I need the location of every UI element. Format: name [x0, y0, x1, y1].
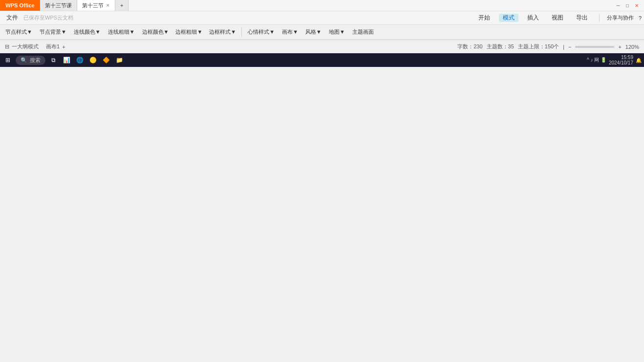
style-btn[interactable]: 风格▼ — [302, 27, 324, 37]
minimize-button[interactable]: ─ — [615, 2, 622, 9]
search-placeholder: 搜索 — [30, 57, 41, 64]
topic-limit: 主题上限：150个 — [518, 43, 559, 50]
view-mode-area: ⊟ 一大纲模式 — [5, 43, 39, 50]
toolbar-mode[interactable]: 模式 — [499, 14, 518, 22]
tab-2-close[interactable]: ✕ — [106, 3, 110, 8]
taskbar-app2[interactable]: 🌐 — [74, 55, 85, 65]
zoom-level: 120% — [625, 44, 639, 50]
system-icons: ^ ♪ 网 🔋 — [587, 57, 606, 64]
app-logo: WPS Office — [0, 0, 40, 11]
menu-right: 开始 模式 插入 视图 导出 分享与协作 ? — [474, 14, 642, 22]
title-bar: WPS Office 第十三节课 第十三节 ✕ + ─ □ ✕ — [0, 0, 644, 11]
taskbar-right: ^ ♪ 网 🔋 15:59 2024/10/17 🔔 — [587, 55, 642, 65]
separator-1: | — [563, 44, 564, 50]
border-group: 边框颜色▼ 边框粗细▼ 边框样式▼ — [139, 27, 242, 37]
menu-bar: 文件 已保存至WPS云文档 开始 模式 插入 视图 导出 分享与协作 ? — [0, 11, 644, 25]
status-right: 字数：230 主题数：35 主题上限：150个 | − + 120% — [457, 43, 639, 50]
help-btn[interactable]: ? — [639, 15, 642, 21]
node-style-btn[interactable]: 节点样式▼ — [2, 27, 35, 37]
tab-2[interactable]: 第十三节 ✕ — [77, 0, 115, 11]
border-style-btn[interactable]: 边框样式▼ — [206, 27, 239, 37]
close-button[interactable]: ✕ — [633, 2, 640, 9]
window-controls: ─ □ ✕ — [615, 2, 644, 9]
canvas-add[interactable]: + — [62, 44, 65, 50]
tab-1[interactable]: 第十三节课 — [40, 0, 77, 11]
tab-1-label: 第十三节课 — [45, 2, 72, 9]
taskbar: ⊞ 🔍 搜索 ⧉ 📊 🌐 🟡 🔶 📁 ^ ♪ 网 🔋 15:59 2024/10… — [0, 53, 644, 67]
taskbar-app1[interactable]: 📊 — [61, 55, 72, 65]
border-color-btn[interactable]: 边框颜色▼ — [139, 27, 172, 37]
maximize-button[interactable]: □ — [624, 2, 631, 9]
taskview-btn[interactable]: ⧉ — [48, 55, 59, 65]
toolbar-start[interactable]: 开始 — [474, 14, 494, 22]
topic-count: 主题数：35 — [487, 43, 514, 50]
toolbar-view[interactable]: 视图 — [548, 14, 567, 22]
zoom-slider[interactable] — [575, 46, 614, 48]
taskbar-app3[interactable]: 🟡 — [87, 55, 98, 65]
mood-style-btn[interactable]: 心情样式▼ — [245, 27, 278, 37]
map-btn[interactable]: 地图▼ — [326, 27, 348, 37]
new-tab-btn[interactable]: + — [115, 0, 129, 11]
taskbar-clock: 15:59 2024/10/17 — [609, 55, 633, 65]
search-icon: 🔍 — [21, 57, 27, 64]
line-weight-btn[interactable]: 连线粗细▼ — [105, 27, 138, 37]
view-mode-label: 一大纲模式 — [12, 43, 39, 50]
toolbar: 节点样式▼ 节点背景▼ 连线颜色▼ 连线粗细▼ 边框颜色▼ 边框粗细▼ 边框样式… — [0, 25, 644, 40]
tab-bar: 第十三节课 第十三节 ✕ + — [40, 0, 615, 11]
menu-file[interactable]: 文件 — [2, 11, 22, 24]
theme-btn[interactable]: 主题画面 — [349, 27, 377, 37]
taskbar-app5[interactable]: 📁 — [114, 55, 125, 65]
share-btn[interactable]: 分享与协作 — [607, 14, 634, 21]
node-bg-btn[interactable]: 节点背景▼ — [37, 27, 69, 37]
tab-2-label: 第十三节 — [82, 2, 104, 9]
toolbar-export[interactable]: 导出 — [572, 14, 592, 22]
border-weight-btn[interactable]: 边框粗细▼ — [172, 27, 205, 37]
canvas-area: 画布1 + — [46, 43, 65, 50]
word-count: 字数：230 — [457, 43, 482, 50]
zoom-in-btn[interactable]: + — [618, 44, 621, 50]
zoom-out-btn[interactable]: − — [568, 44, 571, 50]
canvas-label: 画布1 — [46, 43, 60, 50]
taskbar-app4[interactable]: 🔶 — [101, 55, 111, 65]
start-button[interactable]: ⊞ — [2, 55, 13, 65]
toolbar-insert[interactable]: 插入 — [523, 14, 543, 22]
line-color-btn[interactable]: 连线颜色▼ — [71, 27, 104, 37]
view-mode-icon: ⊟ — [5, 43, 9, 50]
canvas-btn[interactable]: 画布▼ — [279, 27, 301, 37]
notification-btn[interactable]: 🔔 — [636, 58, 642, 63]
status-bar: ⊟ 一大纲模式 画布1 + 字数：230 主题数：35 主题上限：150个 | … — [0, 40, 644, 53]
search-bar[interactable]: 🔍 搜索 — [16, 56, 45, 65]
